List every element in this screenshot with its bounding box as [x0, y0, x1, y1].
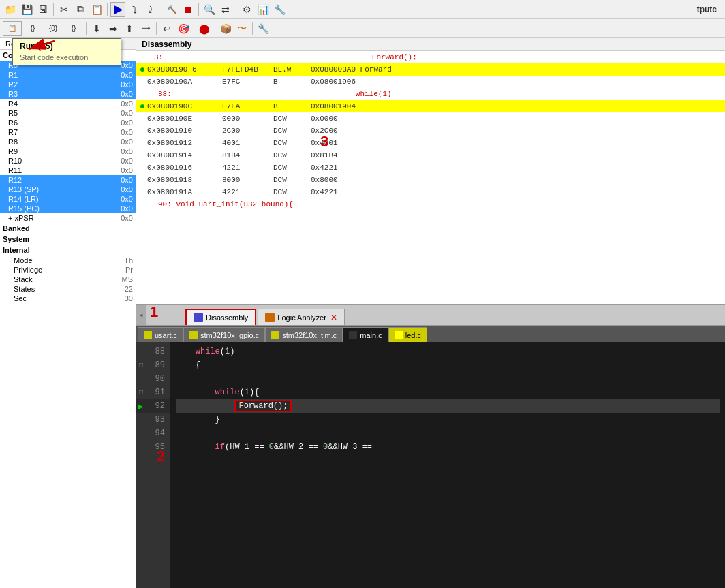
peripherals-btn[interactable]: ⚙ — [239, 2, 254, 17]
run-tooltip: Run (F5) Start code execution — [12, 38, 121, 65]
file-tab-main[interactable]: main.c — [343, 327, 388, 342]
reg-r11[interactable]: R110x0 — [0, 166, 136, 175]
system-section: System — [0, 234, 136, 245]
disasm-mnem-1: BL.W — [273, 65, 311, 74]
reg-r14[interactable]: R14 (LR)0x0 — [0, 194, 136, 204]
code-line-94 — [176, 427, 720, 440]
ln-94: 94 — [136, 427, 170, 440]
logic-analyzer-tab-label: Logic Analyzer — [277, 313, 326, 322]
disasm-row-5: 0x08001910 2C00 DCW 0x2C00 — [136, 125, 725, 137]
logic-btn[interactable]: 📊 — [256, 2, 271, 17]
go-back-btn[interactable]: ↩ — [159, 21, 174, 36]
scroll-left-tabs[interactable]: ◀ — [136, 305, 146, 325]
reg-r13[interactable]: R13 (SP)0x0 — [0, 185, 136, 194]
registers-content: Core R00x0 R10x0 R20x0 R30x0 R40x0 R50x0… — [0, 50, 136, 588]
disasm-ind-1: ● — [138, 64, 147, 75]
open-folder-btn[interactable]: 📁 — [3, 2, 18, 17]
run-to-cursor-btn[interactable]: ⭢ — [138, 21, 153, 36]
reg-r5[interactable]: R50x0 — [0, 108, 136, 118]
set-pc-btn[interactable]: 🎯 — [176, 21, 191, 36]
reg-xpsr[interactable]: + xPSR0x0 — [0, 213, 136, 223]
reg-r3[interactable]: R30x0 — [0, 89, 136, 99]
code-line-93: } — [176, 413, 720, 427]
reg-r7[interactable]: R70x0 — [0, 127, 136, 137]
toolbar-1: 📁 💾 🖫 ✂ ⧉ 📋 ▶ ⤵ ⤸ 🔨 ⏹ 🔍 ⇄ ⚙ 📊 🔧 tputc — [0, 0, 725, 19]
reg-r6[interactable]: R60x0 — [0, 118, 136, 127]
breakpoints-btn[interactable]: ⬤ — [197, 21, 212, 36]
watch-view-btn[interactable]: {0} — [44, 21, 63, 36]
main-area: Registers Liste Core R00x0 R10x0 R20x0 R… — [0, 38, 725, 588]
code-line-91: while(1){ — [176, 386, 720, 399]
tim-file-icon — [271, 331, 279, 339]
reg-r12[interactable]: R120x0 — [0, 175, 136, 185]
reg-r2[interactable]: R20x0 — [0, 80, 136, 89]
run-btn[interactable]: ▶ — [110, 2, 125, 17]
tabs-bar: ◀ Disassembly Logic Analyzer ✕ 1 — [136, 304, 725, 326]
reg-r9[interactable]: R90x0 — [0, 146, 136, 156]
file-tab-tim[interactable]: stm32f10x_tim.c — [265, 327, 343, 342]
disasm-row-9: 0x08001918 8000 DCW 0x8000 — [136, 174, 725, 186]
ln-95: 95 — [136, 440, 170, 454]
settings-btn[interactable]: 🔧 — [272, 2, 287, 17]
file-tab-led[interactable]: led.c — [388, 327, 427, 342]
badge-1: 1 — [150, 303, 158, 321]
step-over-btn2[interactable]: ➡ — [106, 21, 121, 36]
stack-view-btn[interactable]: {} — [64, 21, 83, 36]
reg-states[interactable]: States22 — [0, 284, 136, 294]
tools-btn[interactable]: 🔧 — [256, 21, 271, 36]
peripheral-monitor-btn[interactable]: 📦 — [218, 21, 233, 36]
disassembly-view-tab[interactable]: Disassembly — [185, 309, 256, 325]
fold-89[interactable]: □ — [139, 362, 143, 369]
reg-stack[interactable]: StackMS — [0, 275, 136, 284]
reg-r10[interactable]: R100x0 — [0, 156, 136, 166]
ln-92: 92 ▶ — [136, 399, 170, 413]
sep10 — [252, 22, 253, 35]
reg-sec[interactable]: Sec30 — [0, 294, 136, 303]
sep2 — [107, 3, 108, 16]
logic-tab-icon — [265, 313, 275, 322]
copy-btn[interactable]: ⧉ — [73, 2, 88, 17]
step-into-btn2[interactable]: ⬇ — [89, 21, 104, 36]
code-lines: while(1) { while(1){ Forwar — [170, 342, 725, 588]
disassembly-tab-label: Disassembly — [206, 313, 248, 322]
disasm-comment-text: Forward(); — [372, 53, 417, 61]
find-btn[interactable]: 🔍 — [202, 2, 217, 17]
logic-analyzer-btn[interactable]: 〜 — [234, 21, 249, 36]
gpio-file-icon — [189, 331, 198, 339]
disassembly-area: Disassembly 3: Forward(); ● 0x0800190 6 … — [136, 38, 725, 304]
disasm-addr-1: 0x0800190 6 — [147, 65, 222, 74]
disasm-line-number: 3: — [154, 53, 163, 61]
reg-mode[interactable]: ModeTh — [0, 256, 136, 265]
sep3 — [161, 3, 161, 16]
disasm-ind-3: ● — [138, 101, 147, 112]
registers-panel: Registers Liste Core R00x0 R10x0 R20x0 R… — [0, 38, 136, 588]
disasm-tab-icon — [194, 313, 203, 322]
reg-r8[interactable]: R80x0 — [0, 137, 136, 146]
stop-btn[interactable]: ⏹ — [181, 2, 196, 17]
step-out-btn[interactable]: ⬆ — [122, 21, 137, 36]
paste-btn[interactable]: 📋 — [89, 2, 104, 17]
step-in-btn[interactable]: ⤵ — [127, 2, 142, 17]
build-btn[interactable]: 🔨 — [164, 2, 179, 17]
logic-analyzer-view-tab[interactable]: Logic Analyzer ✕ — [258, 309, 345, 325]
logic-analyzer-close[interactable]: ✕ — [330, 313, 337, 322]
file-tab-gpio[interactable]: stm32f10x_gpio.c — [183, 327, 265, 342]
disassembly-body: 3: Forward(); ● 0x0800190 6 F7FEFD4B BL.… — [136, 51, 725, 304]
disasm-hex-3: E7FA — [222, 102, 273, 110]
reg-privilege[interactable]: PrivilegePr — [0, 265, 136, 275]
cut-btn[interactable]: ✂ — [57, 2, 72, 17]
save-all-btn[interactable]: 🖫 — [35, 2, 50, 17]
led-file-icon — [395, 331, 403, 339]
file-tabs: usart.c stm32f10x_gpio.c stm32f10x_tim.c… — [136, 326, 725, 342]
reg-r1[interactable]: R10x0 — [0, 70, 136, 80]
memory-view-btn[interactable]: {} — [23, 21, 42, 36]
registers-view-btn[interactable]: 📋 — [3, 21, 22, 36]
reg-r15[interactable]: R15 (PC)0x0 — [0, 204, 136, 213]
step-over-btn[interactable]: ⤸ — [143, 2, 158, 17]
file-tab-usart[interactable]: usart.c — [138, 327, 183, 342]
disasm-op-2: 0x08001906 — [311, 78, 356, 86]
fold-91[interactable]: □ — [139, 389, 143, 397]
reg-r4[interactable]: R40x0 — [0, 99, 136, 108]
replace-btn[interactable]: ⇄ — [218, 2, 233, 17]
save-btn[interactable]: 💾 — [19, 2, 34, 17]
